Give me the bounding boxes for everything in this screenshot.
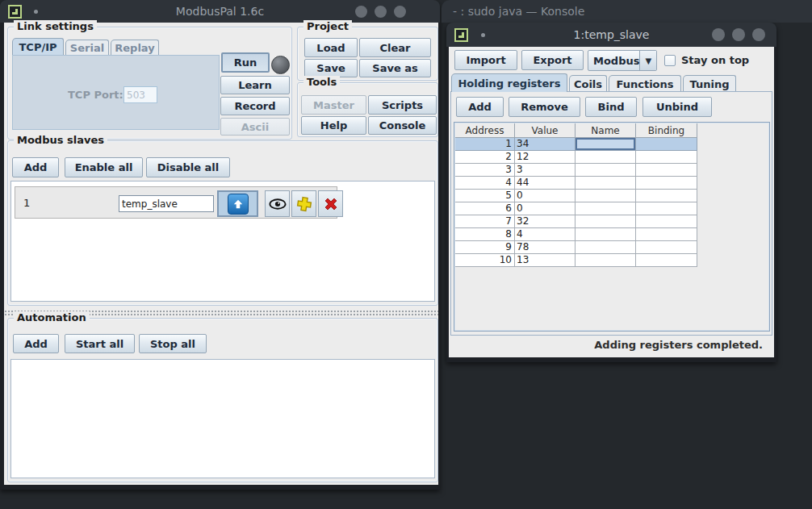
cell-value[interactable]: 78 [515,241,576,254]
start-all-button[interactable]: Start all [65,334,135,353]
cell-binding[interactable] [636,241,697,254]
cell-address[interactable]: 2 [455,151,515,164]
cell-name[interactable] [576,138,636,151]
run-button[interactable]: Run [221,52,270,73]
cell-name[interactable] [576,241,636,254]
konsole-titlebar[interactable]: - : sudo java — Konsole [442,0,812,23]
unbind-button[interactable]: Unbind [642,97,712,117]
stay-on-top-checkbox[interactable] [664,55,676,66]
cell-binding[interactable] [636,177,697,190]
cell-binding[interactable] [636,202,697,215]
disable-all-button[interactable]: Disable all [146,157,230,177]
table-row[interactable]: 10 13 [455,254,697,267]
table-row[interactable]: 6 0 [455,202,697,215]
tab-holding-registers[interactable]: Holding registers [451,73,567,92]
cell-address[interactable]: 4 [455,177,515,190]
col-binding[interactable]: Binding [636,123,697,138]
maximize-button[interactable] [732,28,745,41]
slave-automation-button[interactable] [291,190,316,217]
table-row[interactable]: 8 4 [455,228,697,241]
cell-value[interactable]: 0 [515,190,576,202]
load-button[interactable]: Load [304,38,358,57]
cell-value[interactable]: 32 [515,215,576,228]
cell-binding[interactable] [636,151,697,164]
cell-name[interactable] [576,164,636,177]
cell-address[interactable]: 10 [455,254,515,267]
help-button[interactable]: Help [301,116,366,135]
close-button[interactable] [752,28,765,41]
col-address[interactable]: Address [455,123,515,138]
save-button[interactable]: Save [304,59,358,77]
cell-value[interactable]: 4 [515,228,576,241]
tab-replay[interactable]: Replay [111,40,159,55]
protocol-select[interactable]: Modbus ▼ [588,50,657,71]
cell-value[interactable]: 34 [515,138,576,151]
table-row[interactable]: 3 3 [455,164,697,177]
tab-tuning[interactable]: Tuning [683,75,736,92]
cell-name[interactable] [576,228,636,241]
cell-binding[interactable] [636,190,697,202]
enable-all-button[interactable]: Enable all [65,157,143,177]
table-row[interactable]: 1 34 [455,138,697,151]
cell-binding[interactable] [636,254,697,267]
cell-value[interactable]: 0 [515,202,576,215]
tab-functions[interactable]: Functions [609,75,681,92]
register-table-pane[interactable]: Address Value Name Binding 1 34 2 12 [454,122,770,332]
clear-button[interactable]: Clear [359,38,431,57]
learn-button[interactable]: Learn [220,76,290,94]
export-button[interactable]: Export [521,50,584,70]
cell-name[interactable] [576,151,636,164]
col-value[interactable]: Value [515,123,576,138]
cell-name[interactable] [576,215,636,228]
save-as-button[interactable]: Save as [359,59,431,77]
record-button[interactable]: Record [220,97,290,115]
cell-value[interactable]: 13 [515,254,576,267]
cell-name[interactable] [576,254,636,267]
slave-view-button[interactable] [265,190,290,217]
table-row[interactable]: 2 12 [455,151,697,164]
cell-binding[interactable] [636,138,697,151]
tab-coils[interactable]: Coils [569,75,607,92]
cell-value[interactable]: 3 [515,164,576,177]
maximize-button[interactable] [375,6,387,18]
table-row[interactable]: 5 0 [455,190,697,202]
col-name[interactable]: Name [576,123,636,138]
cell-address[interactable]: 7 [455,215,515,228]
minimize-button[interactable] [355,6,367,18]
cell-name[interactable] [576,177,636,190]
table-header[interactable]: Address Value Name Binding [455,123,697,138]
cell-address[interactable]: 8 [455,228,515,241]
tcp-port-input[interactable] [123,86,157,103]
cell-name[interactable] [576,202,636,215]
add-register-button[interactable]: Add [456,97,504,117]
bind-button[interactable]: Bind [585,97,637,117]
cell-address[interactable]: 9 [455,241,515,254]
import-button[interactable]: Import [454,50,517,70]
cell-name[interactable] [576,190,636,202]
slave-row[interactable]: 1 [15,186,337,219]
scripts-button[interactable]: Scripts [368,95,437,115]
temp-slave-titlebar[interactable]: 1:temp_slave [446,23,776,47]
cell-address[interactable]: 3 [455,164,515,177]
slave-name-input[interactable] [119,195,214,212]
tab-tcpip[interactable]: TCP/IP [12,38,64,55]
cell-address[interactable]: 6 [455,202,515,215]
table-row[interactable]: 9 78 [455,241,697,254]
cell-value[interactable]: 44 [515,177,576,190]
table-row[interactable]: 4 44 [455,177,697,190]
table-row[interactable]: 7 32 [455,215,697,228]
modbuspal-titlebar[interactable]: ModbusPal 1.6c [0,0,440,23]
cell-value[interactable]: 12 [515,151,576,164]
cell-binding[interactable] [636,228,697,241]
cell-address[interactable]: 1 [455,138,515,151]
close-button[interactable] [394,6,406,18]
slave-delete-button[interactable] [318,190,343,217]
tab-serial[interactable]: Serial [65,40,109,55]
stop-all-button[interactable]: Stop all [139,334,207,353]
add-slave-button[interactable]: Add [12,157,59,177]
console-button[interactable]: Console [368,116,437,135]
cell-address[interactable]: 5 [455,190,515,202]
add-automation-button[interactable]: Add [13,334,59,353]
slave-enable-toggle[interactable] [217,190,258,217]
minimize-button[interactable] [712,28,725,41]
